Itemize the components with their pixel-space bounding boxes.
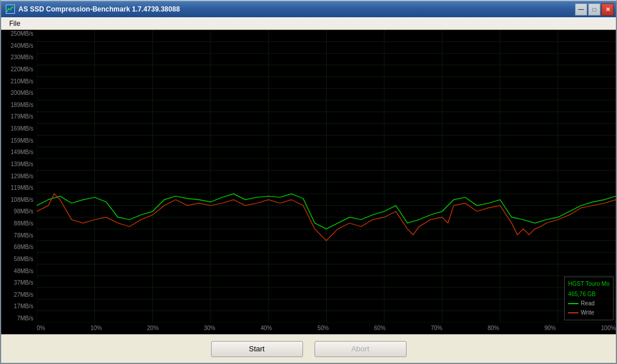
title-buttons: — □ ✕	[575, 3, 614, 16]
x-label: 90%	[545, 325, 556, 331]
y-label: 37MB/s	[2, 280, 36, 286]
legend-write-line	[568, 312, 578, 313]
start-button[interactable]: Start	[211, 341, 303, 357]
y-label: 119MB/s	[2, 185, 36, 191]
y-label: 159MB/s	[2, 138, 36, 144]
y-label: 129MB/s	[2, 174, 36, 179]
menu-bar: File	[1, 17, 616, 30]
y-label: 68MB/s	[2, 244, 36, 250]
y-label: 48MB/s	[2, 269, 36, 274]
y-label: 149MB/s	[2, 150, 36, 155]
x-label: 40%	[260, 325, 272, 331]
legend-read-label: Read	[581, 299, 595, 308]
chart-legend: HGST Touro Mo 465,76 GB Read Write	[564, 277, 614, 320]
x-label: 10%	[90, 325, 102, 331]
maximize-button[interactable]: □	[588, 3, 600, 16]
close-button[interactable]: ✕	[601, 3, 614, 16]
x-label: 50%	[317, 325, 329, 331]
legend-write: Write	[568, 308, 610, 317]
y-label: 200MB/s	[2, 90, 36, 96]
y-label: 139MB/s	[2, 162, 36, 167]
y-label: 88MB/s	[2, 221, 36, 227]
x-label: 0%	[37, 325, 45, 331]
x-label: 30%	[204, 325, 216, 331]
legend-drive: HGST Touro Mo	[568, 279, 610, 289]
chart-container: 250MB/s240MB/s230MB/s220MB/s210MB/s200MB…	[1, 30, 616, 334]
bottom-bar: Start Abort	[1, 334, 616, 363]
x-axis-labels: 0%10%20%30%40%50%60%70%80%90%100%	[37, 323, 616, 334]
title-bar: AS SSD Compression-Benchmark 1.7.4739.38…	[1, 1, 616, 17]
y-label: 250MB/s	[2, 31, 36, 37]
x-label: 100%	[601, 325, 616, 331]
legend-read: Read	[568, 299, 610, 308]
title-bar-left: AS SSD Compression-Benchmark 1.7.4739.38…	[6, 5, 180, 14]
y-label: 58MB/s	[2, 256, 36, 262]
legend-write-label: Write	[581, 308, 594, 317]
x-label: 80%	[488, 325, 499, 331]
y-axis-labels: 250MB/s240MB/s230MB/s220MB/s210MB/s200MB…	[1, 30, 37, 323]
chart-svg	[37, 30, 616, 323]
y-label: 17MB/s	[2, 304, 36, 309]
y-label: 189MB/s	[2, 102, 36, 108]
legend-read-line	[568, 303, 578, 304]
menu-file[interactable]: File	[5, 18, 25, 29]
legend-size: 465,76 GB	[568, 290, 610, 299]
y-label: 220MB/s	[2, 67, 36, 72]
y-label: 210MB/s	[2, 79, 36, 85]
window-title: AS SSD Compression-Benchmark 1.7.4739.38…	[18, 5, 180, 13]
chart-area: 250MB/s240MB/s230MB/s220MB/s210MB/s200MB…	[1, 30, 616, 334]
main-window: AS SSD Compression-Benchmark 1.7.4739.38…	[0, 0, 617, 364]
y-label: 98MB/s	[2, 209, 36, 214]
y-label: 27MB/s	[2, 292, 36, 298]
y-label: 169MB/s	[2, 126, 36, 132]
abort-button[interactable]: Abort	[315, 341, 407, 357]
x-label: 20%	[147, 325, 159, 331]
y-label: 7MB/s	[2, 316, 36, 321]
minimize-button[interactable]: —	[575, 3, 587, 16]
app-icon	[6, 5, 15, 14]
x-label: 60%	[374, 325, 386, 331]
grid-chart	[37, 30, 616, 323]
x-label: 70%	[431, 325, 442, 331]
y-label: 108MB/s	[2, 197, 36, 203]
y-label: 179MB/s	[2, 114, 36, 120]
y-label: 78MB/s	[2, 233, 36, 239]
y-label: 240MB/s	[2, 43, 36, 49]
y-label: 230MB/s	[2, 55, 36, 60]
